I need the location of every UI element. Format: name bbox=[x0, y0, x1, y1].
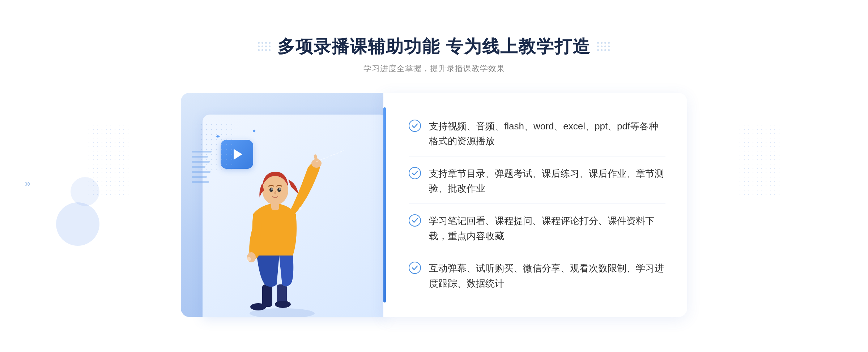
main-title: 多项录播课辅助功能 专为线上教学打造 bbox=[258, 35, 610, 58]
header-section: 多项录播课辅助功能 专为线上教学打造 学习进度全掌握，提升录播课教学效果 bbox=[258, 35, 610, 74]
feature-item-2: 支持章节目录、弹题考试、课后练习、课后作业、章节测验、批改作业 bbox=[409, 159, 665, 204]
dots-decoration-right bbox=[738, 123, 781, 195]
check-icon-1 bbox=[409, 120, 421, 132]
svg-point-11 bbox=[271, 188, 273, 190]
svg-point-16 bbox=[299, 207, 302, 210]
chevrons-icon: » bbox=[25, 177, 31, 189]
svg-rect-1 bbox=[262, 284, 272, 307]
check-icon-2 bbox=[409, 167, 421, 179]
illustration-panel: ✦ ✦ bbox=[181, 93, 383, 317]
feature-text-1: 支持视频、音频、flash、word、excel、ppt、pdf等各种格式的资源… bbox=[429, 119, 665, 149]
svg-point-13 bbox=[279, 188, 281, 190]
sparkle-icon-2: ✦ bbox=[251, 127, 257, 135]
svg-point-4 bbox=[275, 301, 291, 308]
feature-text-3: 学习笔记回看、课程提问、课程评论打分、课件资料下载，重点内容收藏 bbox=[429, 214, 665, 244]
svg-line-14 bbox=[316, 151, 344, 162]
deco-circle-1 bbox=[56, 202, 99, 246]
content-area: ✦ ✦ bbox=[181, 93, 687, 317]
svg-point-9 bbox=[262, 176, 288, 205]
svg-point-20 bbox=[409, 262, 421, 274]
features-card: 支持视频、音频、flash、word、excel、ppt、pdf等各种格式的资源… bbox=[383, 93, 687, 317]
illus-stripes-pattern bbox=[192, 151, 213, 194]
svg-point-10 bbox=[269, 188, 273, 192]
feature-item-3: 学习笔记回看、课程提问、课程评论打分、课件资料下载，重点内容收藏 bbox=[409, 206, 665, 251]
subtitle-text: 学习进度全掌握，提升录播课教学效果 bbox=[258, 63, 610, 74]
check-icon-4 bbox=[409, 262, 421, 274]
feature-text-2: 支持章节目录、弹题考试、课后练习、课后作业、章节测验、批改作业 bbox=[429, 166, 665, 196]
feature-item-1: 支持视频、音频、flash、word、excel、ppt、pdf等各种格式的资源… bbox=[409, 112, 665, 156]
svg-point-18 bbox=[409, 167, 421, 179]
features-card-wrap: 支持视频、音频、flash、word、excel、ppt、pdf等各种格式的资源… bbox=[383, 93, 687, 317]
blue-accent-bar bbox=[383, 107, 386, 302]
title-deco-left bbox=[258, 42, 271, 51]
person-illustration bbox=[221, 143, 344, 317]
check-icon-3 bbox=[409, 214, 421, 227]
svg-point-19 bbox=[409, 215, 421, 226]
deco-circle-2 bbox=[71, 177, 99, 206]
feature-item-4: 互动弹幕、试听购买、微信分享、观看次数限制、学习进度跟踪、数据统计 bbox=[409, 254, 665, 298]
svg-point-12 bbox=[277, 188, 281, 192]
page-wrapper: » 多项录播课辅助功能 专为线上教学打造 学习进度全掌握，提升录播课教学效果 bbox=[0, 0, 868, 352]
main-title-text: 多项录播课辅助功能 专为线上教学打造 bbox=[277, 35, 590, 58]
svg-point-2 bbox=[250, 303, 266, 310]
svg-point-15 bbox=[247, 257, 251, 261]
svg-point-17 bbox=[409, 120, 421, 132]
feature-text-4: 互动弹幕、试听购买、微信分享、观看次数限制、学习进度跟踪、数据统计 bbox=[429, 261, 665, 291]
title-deco-right bbox=[597, 42, 610, 51]
